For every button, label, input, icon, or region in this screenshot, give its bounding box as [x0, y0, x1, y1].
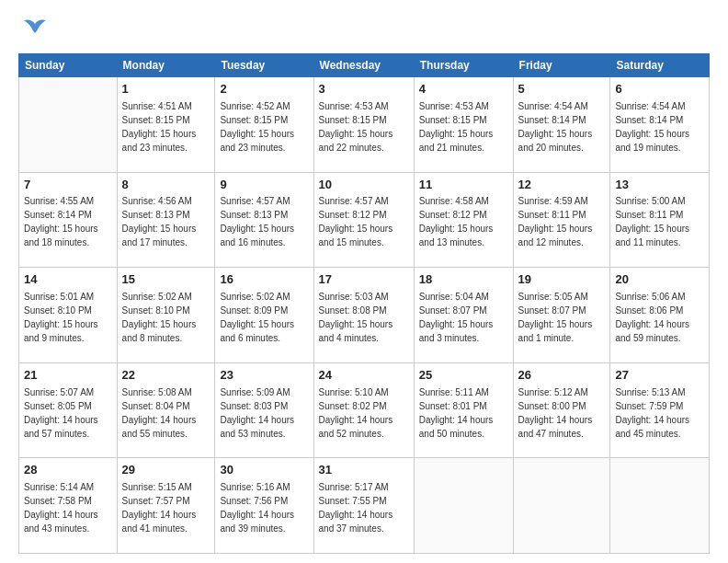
calendar-day-cell: 7Sunrise: 4:55 AM Sunset: 8:14 PM Daylig…	[19, 172, 118, 268]
day-info: Sunrise: 4:53 AM Sunset: 8:15 PM Dayligh…	[419, 99, 508, 155]
logo	[18, 17, 48, 44]
page: SundayMondayTuesdayWednesdayThursdayFrid…	[0, 0, 728, 563]
calendar-day-cell: 10Sunrise: 4:57 AM Sunset: 8:12 PM Dayli…	[313, 172, 414, 268]
day-info: Sunrise: 5:02 AM Sunset: 8:09 PM Dayligh…	[220, 290, 308, 345]
calendar-day-cell: 6Sunrise: 4:54 AM Sunset: 8:14 PM Daylig…	[610, 77, 710, 173]
day-number: 15	[122, 271, 210, 289]
day-of-week-header: Tuesday	[215, 54, 313, 77]
calendar-day-cell: 4Sunrise: 4:53 AM Sunset: 8:15 PM Daylig…	[414, 77, 513, 173]
calendar-day-cell	[513, 458, 610, 554]
calendar-day-cell: 21Sunrise: 5:07 AM Sunset: 8:05 PM Dayli…	[19, 362, 118, 458]
calendar-day-cell: 16Sunrise: 5:02 AM Sunset: 8:09 PM Dayli…	[215, 268, 313, 363]
day-info: Sunrise: 5:01 AM Sunset: 8:10 PM Dayligh…	[24, 290, 112, 345]
day-number: 29	[122, 462, 210, 479]
calendar-day-cell: 25Sunrise: 5:11 AM Sunset: 8:01 PM Dayli…	[414, 362, 513, 458]
day-info: Sunrise: 5:17 AM Sunset: 7:55 PM Dayligh…	[319, 480, 409, 535]
day-number: 13	[615, 177, 704, 194]
day-info: Sunrise: 5:12 AM Sunset: 8:00 PM Dayligh…	[518, 385, 606, 441]
calendar-header-row: SundayMondayTuesdayWednesdayThursdayFrid…	[19, 54, 710, 77]
day-number: 26	[518, 367, 606, 385]
calendar-day-cell: 23Sunrise: 5:09 AM Sunset: 8:03 PM Dayli…	[215, 362, 313, 458]
day-info: Sunrise: 5:06 AM Sunset: 8:06 PM Dayligh…	[615, 290, 704, 345]
day-of-week-header: Monday	[117, 54, 215, 77]
logo-bird-icon	[22, 17, 48, 37]
day-number: 2	[220, 81, 308, 98]
calendar-day-cell: 17Sunrise: 5:03 AM Sunset: 8:08 PM Dayli…	[313, 268, 414, 363]
day-number: 16	[220, 271, 308, 289]
day-info: Sunrise: 4:57 AM Sunset: 8:13 PM Dayligh…	[220, 194, 308, 249]
day-info: Sunrise: 5:03 AM Sunset: 8:08 PM Dayligh…	[319, 290, 409, 345]
day-number: 24	[319, 367, 409, 385]
calendar-day-cell: 9Sunrise: 4:57 AM Sunset: 8:13 PM Daylig…	[215, 172, 313, 268]
calendar-day-cell: 20Sunrise: 5:06 AM Sunset: 8:06 PM Dayli…	[610, 268, 710, 363]
day-info: Sunrise: 4:58 AM Sunset: 8:12 PM Dayligh…	[419, 194, 508, 249]
day-number: 4	[419, 81, 508, 98]
day-number: 30	[220, 462, 308, 479]
calendar-day-cell: 13Sunrise: 5:00 AM Sunset: 8:11 PM Dayli…	[610, 172, 710, 268]
day-info: Sunrise: 5:02 AM Sunset: 8:10 PM Dayligh…	[122, 290, 210, 345]
calendar-day-cell: 11Sunrise: 4:58 AM Sunset: 8:12 PM Dayli…	[414, 172, 513, 268]
day-info: Sunrise: 4:59 AM Sunset: 8:11 PM Dayligh…	[518, 194, 606, 249]
day-number: 19	[518, 271, 606, 289]
calendar-day-cell: 30Sunrise: 5:16 AM Sunset: 7:56 PM Dayli…	[215, 458, 313, 554]
day-number: 31	[319, 462, 409, 479]
calendar-day-cell: 3Sunrise: 4:53 AM Sunset: 8:15 PM Daylig…	[313, 77, 414, 173]
calendar-day-cell: 5Sunrise: 4:54 AM Sunset: 8:14 PM Daylig…	[513, 77, 610, 173]
day-number: 25	[419, 367, 508, 385]
calendar-day-cell: 1Sunrise: 4:51 AM Sunset: 8:15 PM Daylig…	[117, 77, 215, 173]
day-info: Sunrise: 5:04 AM Sunset: 8:07 PM Dayligh…	[419, 290, 508, 345]
day-of-week-header: Sunday	[19, 54, 118, 77]
day-number: 12	[518, 177, 606, 194]
day-number: 27	[615, 367, 704, 385]
day-info: Sunrise: 4:54 AM Sunset: 8:14 PM Dayligh…	[518, 99, 606, 155]
calendar-day-cell: 8Sunrise: 4:56 AM Sunset: 8:13 PM Daylig…	[117, 172, 215, 268]
calendar-week-row: 21Sunrise: 5:07 AM Sunset: 8:05 PM Dayli…	[19, 362, 710, 458]
day-of-week-header: Wednesday	[313, 54, 414, 77]
day-info: Sunrise: 5:11 AM Sunset: 8:01 PM Dayligh…	[419, 385, 508, 441]
day-info: Sunrise: 5:15 AM Sunset: 7:57 PM Dayligh…	[122, 480, 210, 535]
day-number: 1	[122, 81, 210, 98]
day-of-week-header: Thursday	[414, 54, 513, 77]
calendar-week-row: 1Sunrise: 4:51 AM Sunset: 8:15 PM Daylig…	[19, 77, 710, 173]
day-info: Sunrise: 4:57 AM Sunset: 8:12 PM Dayligh…	[319, 194, 409, 249]
calendar-day-cell: 31Sunrise: 5:17 AM Sunset: 7:55 PM Dayli…	[313, 458, 414, 554]
calendar-day-cell: 14Sunrise: 5:01 AM Sunset: 8:10 PM Dayli…	[19, 268, 118, 363]
day-info: Sunrise: 5:05 AM Sunset: 8:07 PM Dayligh…	[518, 290, 606, 345]
calendar-day-cell	[414, 458, 513, 554]
day-info: Sunrise: 4:54 AM Sunset: 8:14 PM Dayligh…	[615, 99, 704, 155]
day-info: Sunrise: 4:55 AM Sunset: 8:14 PM Dayligh…	[24, 194, 112, 249]
day-number: 3	[319, 81, 409, 98]
day-of-week-header: Friday	[513, 54, 610, 77]
day-number: 23	[220, 367, 308, 385]
day-number: 18	[419, 271, 508, 289]
header	[18, 17, 710, 44]
day-number: 11	[419, 177, 508, 194]
day-info: Sunrise: 5:09 AM Sunset: 8:03 PM Dayligh…	[220, 385, 308, 441]
calendar-day-cell	[19, 77, 118, 173]
day-info: Sunrise: 5:08 AM Sunset: 8:04 PM Dayligh…	[122, 385, 210, 441]
calendar-day-cell: 24Sunrise: 5:10 AM Sunset: 8:02 PM Dayli…	[313, 362, 414, 458]
day-number: 14	[24, 271, 112, 289]
day-info: Sunrise: 5:10 AM Sunset: 8:02 PM Dayligh…	[319, 385, 409, 441]
calendar-day-cell: 15Sunrise: 5:02 AM Sunset: 8:10 PM Dayli…	[117, 268, 215, 363]
day-info: Sunrise: 4:52 AM Sunset: 8:15 PM Dayligh…	[220, 99, 308, 155]
day-info: Sunrise: 5:07 AM Sunset: 8:05 PM Dayligh…	[24, 385, 112, 441]
calendar-day-cell: 2Sunrise: 4:52 AM Sunset: 8:15 PM Daylig…	[215, 77, 313, 173]
calendar-week-row: 28Sunrise: 5:14 AM Sunset: 7:58 PM Dayli…	[19, 458, 710, 554]
calendar-day-cell: 19Sunrise: 5:05 AM Sunset: 8:07 PM Dayli…	[513, 268, 610, 363]
day-number: 8	[122, 177, 210, 194]
calendar-week-row: 14Sunrise: 5:01 AM Sunset: 8:10 PM Dayli…	[19, 268, 710, 363]
calendar-day-cell	[610, 458, 710, 554]
day-number: 28	[24, 462, 112, 479]
day-number: 6	[615, 81, 704, 98]
calendar-day-cell: 18Sunrise: 5:04 AM Sunset: 8:07 PM Dayli…	[414, 268, 513, 363]
calendar-table: SundayMondayTuesdayWednesdayThursdayFrid…	[18, 53, 710, 554]
day-info: Sunrise: 5:13 AM Sunset: 7:59 PM Dayligh…	[615, 385, 704, 441]
day-info: Sunrise: 5:16 AM Sunset: 7:56 PM Dayligh…	[220, 480, 308, 535]
calendar-day-cell: 29Sunrise: 5:15 AM Sunset: 7:57 PM Dayli…	[117, 458, 215, 554]
day-of-week-header: Saturday	[610, 54, 710, 77]
day-number: 22	[122, 367, 210, 385]
day-number: 9	[220, 177, 308, 194]
calendar-day-cell: 12Sunrise: 4:59 AM Sunset: 8:11 PM Dayli…	[513, 172, 610, 268]
day-info: Sunrise: 4:51 AM Sunset: 8:15 PM Dayligh…	[122, 99, 210, 155]
